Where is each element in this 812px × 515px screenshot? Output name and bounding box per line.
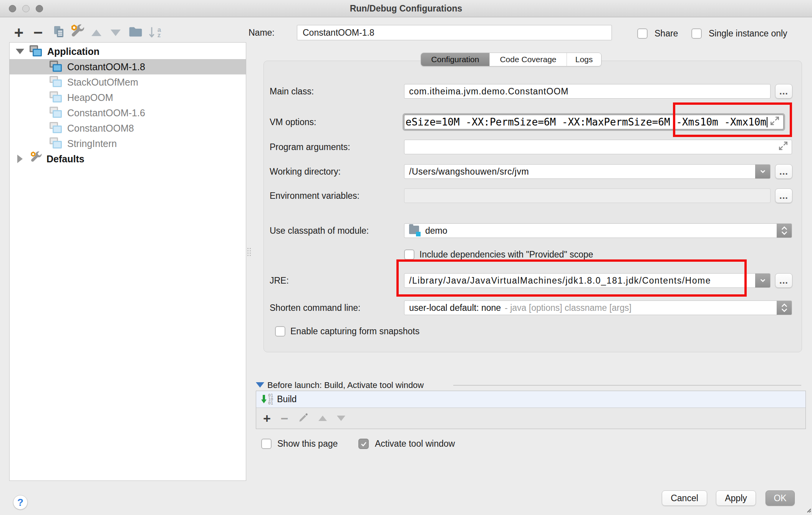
help-button[interactable]: ?: [13, 495, 28, 510]
before-launch-item-build[interactable]: 01 10 01 Build: [256, 391, 805, 408]
more-icon: ...: [779, 275, 788, 286]
window-title: Run/Debug Configurations: [0, 0, 812, 17]
close-button[interactable]: [9, 5, 16, 12]
move-up-button[interactable]: [88, 24, 105, 41]
build-icon: 01 10 01: [260, 394, 273, 405]
plus-icon: +: [14, 25, 24, 41]
tree-item-constantoom8[interactable]: ConstantOOM8: [10, 120, 246, 136]
text-cursor: [767, 117, 767, 127]
tree-group-application[interactable]: Application: [10, 44, 246, 59]
provided-scope-label: Include dependencies with "Provided" sco…: [419, 249, 593, 260]
ok-button[interactable]: OK: [766, 490, 795, 506]
main-class-input[interactable]: com.itheima.jvm.demo.ConstantOOM: [404, 84, 771, 99]
stepper-icon[interactable]: [777, 223, 792, 238]
tree-item-label: HeapOOM: [67, 92, 113, 103]
main-class-browse-button[interactable]: ...: [775, 84, 792, 99]
resize-grip[interactable]: [805, 507, 811, 514]
single-instance-label: Single instance only: [709, 28, 787, 39]
tree-item-label: ConstantOOM-1.8: [67, 61, 145, 73]
program-arguments-input[interactable]: [404, 140, 792, 154]
more-icon: ...: [779, 86, 788, 97]
move-task-up-button[interactable]: [318, 416, 327, 421]
collapse-arrow-icon[interactable]: [256, 382, 264, 388]
add-configuration-button[interactable]: +: [10, 24, 28, 41]
arrow-up-icon: [91, 30, 101, 36]
edit-task-button[interactable]: [298, 413, 308, 424]
use-classpath-select[interactable]: demo: [404, 223, 792, 238]
show-this-page-checkbox[interactable]: [261, 439, 272, 449]
minimize-button[interactable]: [22, 5, 30, 12]
move-task-down-button[interactable]: [337, 416, 345, 421]
working-directory-input[interactable]: /Users/wangshouwen/src/jvm: [404, 164, 771, 179]
use-classpath-label: Use classpath of module:: [270, 223, 369, 238]
share-checkbox[interactable]: [637, 28, 648, 39]
environment-variables-input[interactable]: [404, 188, 771, 203]
provided-scope-checkbox[interactable]: [404, 249, 414, 260]
tab-logs[interactable]: Logs: [567, 53, 601, 66]
single-instance-checkbox[interactable]: [691, 28, 702, 39]
tree-item-heapoom[interactable]: HeapOOM: [10, 90, 246, 105]
tab-bar: Configuration Code Coverage Logs: [421, 53, 602, 66]
tree-group-label: Application: [47, 46, 99, 57]
more-icon: ...: [779, 166, 788, 177]
dropdown-button[interactable]: [755, 164, 771, 179]
edit-defaults-button[interactable]: [69, 24, 86, 41]
tab-code-coverage[interactable]: Code Coverage: [490, 53, 567, 66]
tree-item-stringintern[interactable]: StringIntern: [10, 136, 246, 151]
module-icon: [409, 226, 421, 236]
sort-configurations-button[interactable]: a z: [146, 24, 164, 41]
before-launch-toolbar: + −: [256, 408, 805, 429]
activate-tool-window-checkbox[interactable]: [358, 439, 369, 449]
wrench-icon: [70, 24, 85, 41]
expand-field-icon[interactable]: [778, 140, 789, 154]
expand-field-icon[interactable]: [769, 116, 780, 129]
dropdown-button[interactable]: [755, 273, 771, 288]
working-directory-label: Working directory:: [270, 164, 341, 179]
build-item-label: Build: [277, 394, 297, 404]
chevron-down-icon[interactable]: [16, 49, 24, 54]
show-this-page-label: Show this page: [277, 438, 338, 449]
tab-configuration[interactable]: Configuration: [421, 53, 490, 66]
tree-group-defaults[interactable]: Defaults: [10, 151, 246, 167]
application-icon: [30, 45, 43, 58]
remove-task-button[interactable]: −: [281, 411, 288, 426]
cancel-button[interactable]: Cancel: [662, 490, 707, 506]
add-task-button[interactable]: +: [263, 411, 271, 426]
stepper-icon[interactable]: [777, 300, 792, 315]
create-folder-button[interactable]: [127, 24, 144, 41]
activate-tool-window-label: Activate tool window: [375, 438, 455, 449]
more-icon: ...: [779, 190, 788, 201]
application-icon: [50, 107, 63, 119]
application-icon: [50, 122, 63, 135]
environment-variables-browse-button[interactable]: ...: [775, 188, 792, 203]
zoom-button[interactable]: [36, 5, 43, 12]
vm-options-label: VM options:: [270, 115, 316, 129]
titlebar: Run/Debug Configurations: [0, 0, 812, 17]
shorten-command-line-label: Shorten command line:: [270, 300, 361, 315]
application-icon: [50, 61, 63, 73]
splitter-grip[interactable]: [246, 244, 252, 259]
chevron-right-icon[interactable]: [17, 155, 23, 163]
move-down-button[interactable]: [107, 24, 124, 41]
copy-configuration-button[interactable]: [50, 24, 68, 41]
jre-select[interactable]: /Library/Java/JavaVirtualMachines/jdk1.8…: [404, 273, 771, 288]
shorten-command-line-select[interactable]: user-local default: none - java [options…: [404, 300, 792, 315]
checkmark-icon: [360, 441, 367, 447]
name-label: Name:: [249, 25, 275, 40]
working-directory-browse-button[interactable]: ...: [775, 164, 792, 179]
capture-snapshots-checkbox[interactable]: [275, 326, 285, 337]
name-input[interactable]: ConstantOOM-1.8: [297, 25, 612, 40]
application-icon: [50, 91, 63, 104]
before-launch-list: 01 10 01 Build + −: [256, 391, 806, 429]
tree-item-label: ConstantOOM-1.6: [67, 107, 145, 119]
jre-browse-button[interactable]: ...: [775, 273, 792, 288]
tree-item-constantoom-1-6[interactable]: ConstantOOM-1.6: [10, 105, 246, 120]
apply-button[interactable]: Apply: [716, 490, 756, 506]
copy-icon: [51, 25, 66, 41]
minus-icon: −: [33, 25, 43, 41]
remove-configuration-button[interactable]: −: [29, 24, 47, 41]
tree-item-stackoutofmem[interactable]: StackOutOfMem: [10, 74, 246, 90]
tree-item-constantoom-1-8[interactable]: ConstantOOM-1.8: [10, 59, 246, 74]
vm-options-input[interactable]: eSize=10M -XX:PermSize=6M -XX:MaxPermSiz…: [404, 115, 784, 129]
arrow-down-icon: [111, 30, 121, 36]
